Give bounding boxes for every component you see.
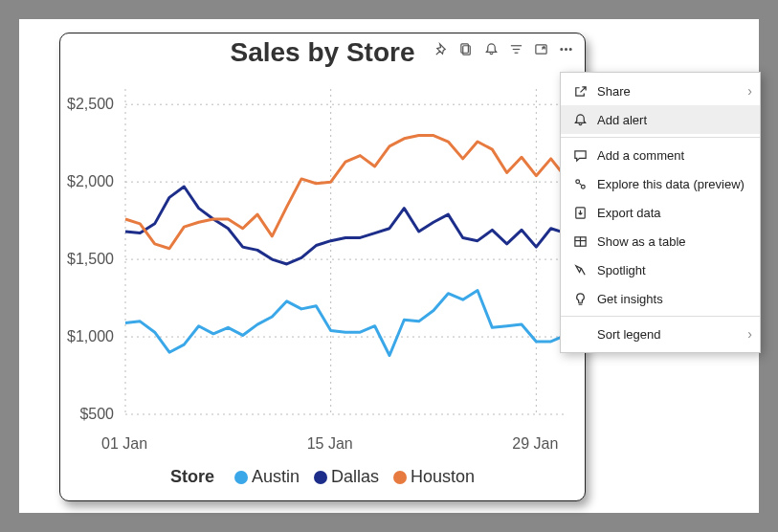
legend-swatch-houston xyxy=(393,471,407,484)
menu-label: Add a comment xyxy=(597,148,684,163)
menu-label: Spotlight xyxy=(597,263,646,277)
menu-share[interactable]: Share › xyxy=(561,77,760,105)
filter-icon[interactable] xyxy=(506,39,525,58)
menu-spotlight[interactable]: Spotlight xyxy=(561,255,760,284)
context-menu: Share › Add alert Add a comment Explore … xyxy=(560,72,761,353)
menu-label: Show as a table xyxy=(597,234,686,249)
page: Sales by Store $2,500$2,000$1,500$1,000$… xyxy=(19,19,759,513)
legend-swatch-dallas xyxy=(314,471,327,484)
explore-icon xyxy=(570,177,589,191)
more-icon[interactable] xyxy=(556,39,575,58)
menu-sort-legend[interactable]: Sort legend › xyxy=(561,320,760,348)
menu-label: Add alert xyxy=(597,113,647,127)
svg-point-18 xyxy=(581,185,585,188)
menu-label: Explore this data (preview) xyxy=(597,177,745,191)
chevron-right-icon: › xyxy=(747,326,752,342)
svg-point-6 xyxy=(560,48,562,50)
bell-icon xyxy=(570,113,589,127)
menu-label: Export data xyxy=(597,206,661,220)
y-tick-label: $2,500 xyxy=(60,96,114,113)
series-line xyxy=(125,136,566,249)
focus-icon[interactable] xyxy=(531,39,550,58)
legend-title: Store xyxy=(170,467,214,486)
chart-card: Sales by Store $2,500$2,000$1,500$1,000$… xyxy=(59,33,586,501)
legend-label: Dallas xyxy=(331,467,379,486)
svg-point-7 xyxy=(565,48,567,50)
x-tick-label: 01 Jan xyxy=(101,435,147,453)
comment-icon xyxy=(570,148,589,163)
export-icon xyxy=(570,206,589,220)
svg-point-17 xyxy=(575,179,579,183)
card-toolbar xyxy=(432,39,575,58)
y-tick-label: $500 xyxy=(60,406,114,423)
menu-export[interactable]: Export data xyxy=(561,198,760,227)
lightbulb-icon xyxy=(570,292,589,306)
x-tick-label: 29 Jan xyxy=(512,435,558,453)
menu-divider xyxy=(561,137,760,138)
legend-swatch-austin xyxy=(234,471,248,484)
x-tick-label: 15 Jan xyxy=(307,435,353,453)
copy-icon[interactable] xyxy=(456,39,476,58)
y-tick-label: $1,500 xyxy=(60,251,114,268)
menu-explore[interactable]: Explore this data (preview) xyxy=(561,169,760,198)
y-tick-label: $1,000 xyxy=(60,328,114,345)
svg-point-8 xyxy=(569,48,571,50)
table-icon xyxy=(570,234,589,249)
menu-show-table[interactable]: Show as a table xyxy=(561,227,760,255)
menu-insights[interactable]: Get insights xyxy=(561,284,760,313)
bell-icon[interactable] xyxy=(481,39,500,58)
menu-add-alert[interactable]: Add alert xyxy=(561,105,760,134)
legend-label: Houston xyxy=(411,467,475,486)
chart-svg xyxy=(116,79,575,433)
legend: Store Austin Dallas Houston xyxy=(60,467,585,487)
legend-label: Austin xyxy=(252,467,300,486)
menu-label: Share xyxy=(597,84,631,99)
menu-label: Get insights xyxy=(597,292,663,306)
y-tick-label: $2,000 xyxy=(60,173,114,190)
pin-icon[interactable] xyxy=(432,39,451,58)
menu-add-comment[interactable]: Add a comment xyxy=(561,141,760,169)
chevron-right-icon: › xyxy=(747,83,752,99)
share-icon xyxy=(570,84,589,99)
spotlight-icon xyxy=(570,263,589,277)
menu-divider xyxy=(561,316,760,317)
plot-area: $2,500$2,000$1,500$1,000$500 01 Jan15 Ja… xyxy=(116,79,575,433)
menu-label: Sort legend xyxy=(597,327,661,342)
series-line xyxy=(125,290,566,355)
